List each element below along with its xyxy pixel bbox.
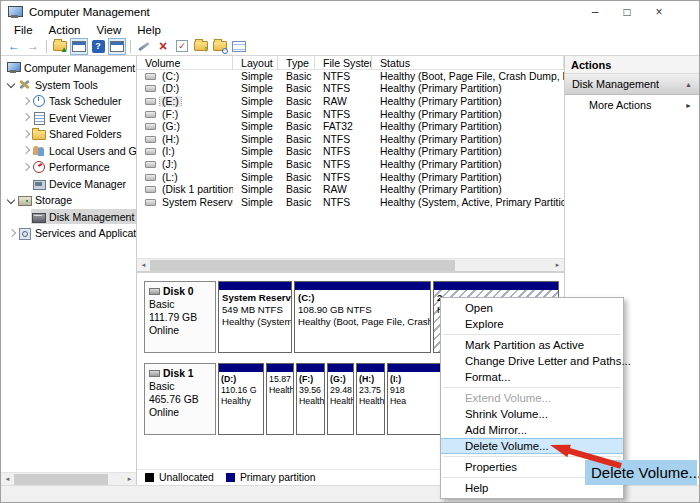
scrollbar-thumb[interactable] [14, 474, 108, 485]
column-header-type[interactable]: Type [278, 56, 315, 70]
tree-horizontal-scrollbar[interactable]: ◄ ► [1, 472, 136, 485]
volume-icon [145, 98, 156, 105]
scroll-left-icon[interactable]: ◄ [1, 473, 14, 486]
volume-row[interactable]: (J:)SimpleBasicNTFSHealthy (Primary Part… [137, 158, 564, 171]
expander-expanded-icon[interactable] [6, 195, 17, 206]
more-actions-item[interactable]: More Actions ► [565, 95, 699, 115]
partition[interactable]: (H:)23.75 GHealthy [356, 363, 385, 435]
disk-name: Disk 1 [163, 367, 194, 380]
tree-item-system-tools[interactable]: System Tools [1, 77, 136, 94]
partition[interactable]: 15.87 (Health [266, 363, 294, 435]
export-list-icon[interactable]: ▲ [51, 38, 69, 55]
primary-partition-bar [267, 364, 293, 372]
volume-row[interactable]: (L:)SimpleBasicNTFSHealthy (Primary Part… [137, 171, 564, 184]
tree-item-label: System Tools [35, 79, 98, 91]
volume-row[interactable]: (D:)SimpleBasicNTFSHealthy (Primary Part… [137, 83, 564, 96]
menu-item-shrink-volume[interactable]: Shrink Volume... [441, 406, 623, 422]
partition-status: Healthy [359, 396, 382, 407]
partition[interactable]: (G:)29.48 GHealthy [327, 363, 354, 435]
delete-volume-callout: Delete Volume... [585, 460, 697, 485]
partition[interactable]: System Reserve549 MB NTFSHealthy (System… [218, 281, 292, 353]
scroll-right-icon[interactable]: ► [123, 473, 136, 486]
tree-item-label: Performance [49, 161, 110, 173]
column-header-volume[interactable]: Volume [137, 56, 233, 70]
volume-row[interactable]: (I:)SimpleBasicNTFSHealthy (Primary Part… [137, 146, 564, 159]
primary-partition-bar [219, 364, 263, 372]
menu-item-change-drive-letter-and-paths[interactable]: Change Drive Letter and Paths... [441, 353, 623, 369]
menu-item-delete-volume[interactable]: Delete Volume... [441, 438, 623, 454]
services-icon [18, 227, 31, 239]
tree-item-performance[interactable]: Performance [1, 159, 136, 176]
console-window-icon[interactable] [108, 38, 126, 55]
partition[interactable]: (C:)108.90 GB NTFSHealthy (Boot, Page Fi… [294, 281, 431, 353]
forward-icon[interactable]: → [24, 38, 42, 55]
titlebar[interactable]: Computer Management – □ × [1, 1, 699, 22]
scrollbar-thumb[interactable] [150, 260, 455, 271]
find-folder-icon[interactable] [211, 38, 229, 55]
expander-expanded-icon[interactable] [6, 79, 17, 90]
primary-partition-bar [219, 282, 291, 290]
expander-collapsed-icon[interactable] [20, 112, 31, 123]
menu-help[interactable]: Help [129, 24, 169, 36]
volume-list-horizontal-scrollbar[interactable]: ◄ ► [137, 258, 564, 271]
maximize-icon[interactable]: □ [611, 1, 643, 22]
volume-icon [145, 174, 156, 181]
tree-item-event-viewer[interactable]: Event Viewer [1, 110, 136, 127]
delete-icon[interactable]: × [154, 38, 172, 55]
refresh-folder-icon[interactable]: ↑ [192, 38, 210, 55]
collapse-icon[interactable]: ▲ [685, 81, 692, 88]
expander-collapsed-icon[interactable] [20, 145, 31, 156]
expander-collapsed-icon[interactable] [20, 96, 31, 107]
menu-action[interactable]: Action [41, 24, 89, 36]
volume-row[interactable]: (E:)SimpleBasicRAWHealthy (Primary Parti… [137, 95, 564, 108]
tree-item-device-manager[interactable]: Device Manager [1, 176, 136, 193]
actions-section-disk-management[interactable]: Disk Management ▲ [565, 74, 699, 95]
volume-row[interactable]: (H:)SimpleBasicNTFSHealthy (Primary Part… [137, 133, 564, 146]
minimize-icon[interactable]: – [579, 1, 611, 22]
disk-label[interactable]: Disk 0Basic111.79 GBOnline [144, 281, 216, 353]
expander-collapsed-icon[interactable] [20, 129, 31, 140]
tree-item-computer-management-local[interactable]: Computer Management (Local [1, 60, 136, 77]
scroll-right-icon[interactable]: ► [551, 259, 564, 272]
expander-collapsed-icon[interactable] [6, 228, 17, 239]
tree-item-shared-folders[interactable]: Shared Folders [1, 126, 136, 143]
device-icon [32, 178, 45, 190]
volume-name: (H:) [160, 134, 181, 145]
menu-item-open[interactable]: Open [441, 300, 623, 316]
tree-item-local-users-and-groups[interactable]: Local Users and Groups [1, 143, 136, 160]
menu-file[interactable]: File [6, 24, 41, 36]
expander-collapsed-icon[interactable] [20, 162, 31, 173]
partition[interactable]: (D:)110.16 GHealthy [218, 363, 264, 435]
window-title: Computer Management [29, 6, 150, 18]
check-icon[interactable]: ✓ [173, 38, 191, 55]
tree-item-storage[interactable]: Storage [1, 192, 136, 209]
column-header-file-system[interactable]: File System [315, 56, 372, 70]
tree-item-disk-management[interactable]: Disk Management [1, 209, 136, 226]
volume-row[interactable]: (F:)SimpleBasicNTFSHealthy (Primary Part… [137, 108, 564, 121]
menu-item-mark-partition-as-active[interactable]: Mark Partition as Active [441, 337, 623, 353]
close-icon[interactable]: × [643, 1, 675, 22]
volume-row[interactable]: System Reserved (K:)SimpleBasicNTFSHealt… [137, 196, 564, 209]
volume-row[interactable]: (C:)SimpleBasicNTFSHealthy (Boot, Page F… [137, 70, 564, 83]
tree-item-services-and-applications[interactable]: Services and Applications [1, 225, 136, 242]
tool-icon[interactable] [135, 38, 153, 55]
partition-size: 549 MB NTFS [222, 304, 288, 316]
help-icon[interactable]: ? [89, 38, 107, 55]
show-console-tree-icon[interactable] [70, 38, 88, 55]
menu-item-explore[interactable]: Explore [441, 316, 623, 332]
disk-label[interactable]: Disk 1Basic465.76 GBOnline [144, 363, 216, 435]
tree-item-task-scheduler[interactable]: Task Scheduler [1, 93, 136, 110]
users-icon [32, 145, 45, 157]
volume-row[interactable]: (Disk 1 partition 2)SimpleBasicRAWHealth… [137, 183, 564, 196]
properties-icon[interactable] [230, 38, 248, 55]
computer-management-window: Computer Management – □ × FileActionView… [0, 0, 700, 503]
menu-view[interactable]: View [89, 24, 130, 36]
volume-row[interactable]: (G:)SimpleBasicFAT32Healthy (Primary Par… [137, 120, 564, 133]
menu-item-add-mirror[interactable]: Add Mirror... [441, 422, 623, 438]
scroll-left-icon[interactable]: ◄ [137, 259, 150, 272]
column-header-layout[interactable]: Layout [233, 56, 278, 70]
column-header-status[interactable]: Status [372, 56, 564, 70]
back-icon[interactable]: ← [5, 38, 23, 55]
partition[interactable]: (F:)39.56 GHealthy [296, 363, 325, 435]
menu-item-format[interactable]: Format... [441, 369, 623, 385]
